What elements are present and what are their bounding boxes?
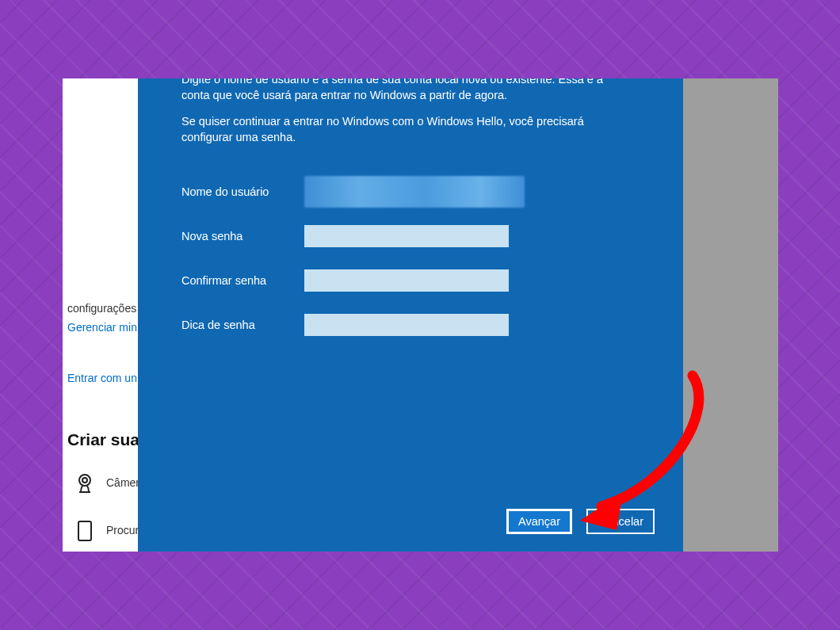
- label-username: Nome do usuário: [181, 185, 304, 198]
- label-new-password: Nova senha: [181, 230, 304, 242]
- svg-rect-2: [78, 521, 91, 540]
- settings-item-camera-label[interactable]: Câmer: [106, 476, 139, 489]
- settings-link-signin[interactable]: Entrar com un: [67, 372, 137, 384]
- label-password-hint: Dica de senha: [181, 319, 304, 331]
- cancel-button[interactable]: Cancelar: [586, 509, 655, 534]
- svg-point-0: [79, 475, 90, 486]
- row-password-hint: Dica de senha: [181, 303, 525, 347]
- next-button[interactable]: Avançar: [506, 509, 572, 534]
- new-password-field[interactable]: [304, 225, 509, 247]
- row-username: Nome do usuário: [181, 170, 525, 214]
- dialog-button-row: Avançar Cancelar: [506, 509, 655, 534]
- screenshot-canvas: configurações Gerenciar min Entrar com u…: [63, 78, 778, 552]
- dialog-paragraph-1: Digite o nome de usuário e a senha de su…: [181, 78, 634, 103]
- confirm-password-field[interactable]: [304, 269, 509, 292]
- row-new-password: Nova senha: [181, 214, 525, 258]
- local-account-dialog: Digite o nome de usuário e a senha de su…: [138, 78, 683, 552]
- page-frame: configurações Gerenciar min Entrar com u…: [0, 0, 840, 630]
- local-account-form: Nome do usuário Nova senha Confirmar sen…: [181, 170, 525, 347]
- password-hint-field[interactable]: [304, 314, 509, 336]
- settings-item-browse-label[interactable]: Procur: [106, 524, 139, 536]
- settings-text-configurations: configurações: [67, 302, 136, 315]
- username-field-redacted[interactable]: [304, 176, 525, 208]
- browse-folder-icon: [74, 518, 95, 545]
- settings-link-manage[interactable]: Gerenciar min: [67, 321, 137, 334]
- dialog-paragraph-2: Se quiser continuar a entrar no Windows …: [181, 114, 634, 145]
- svg-point-1: [82, 478, 87, 483]
- label-confirm-password: Confirmar senha: [181, 274, 304, 287]
- settings-heading-create: Criar sua i: [67, 430, 149, 449]
- camera-icon: [74, 472, 95, 496]
- row-confirm-password: Confirmar senha: [181, 258, 525, 303]
